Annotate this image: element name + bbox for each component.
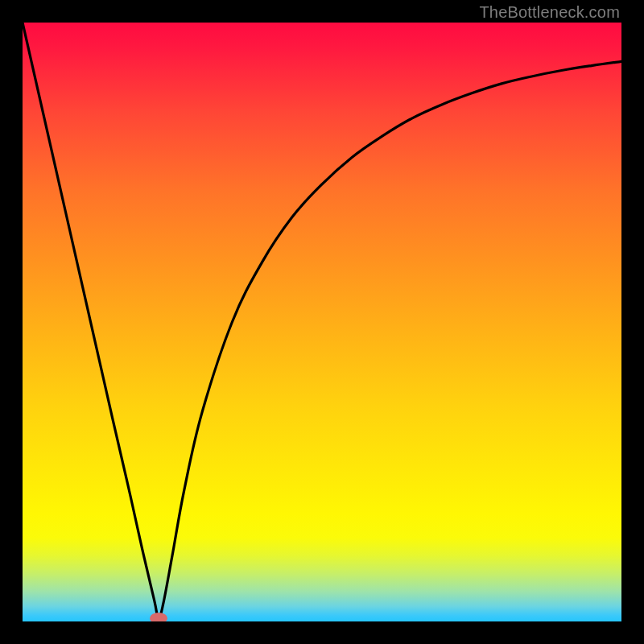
optimal-point-marker xyxy=(150,613,167,621)
plot-area xyxy=(23,23,621,621)
watermark-text: TheBottleneck.com xyxy=(479,3,620,22)
bottleneck-curve xyxy=(23,23,621,621)
